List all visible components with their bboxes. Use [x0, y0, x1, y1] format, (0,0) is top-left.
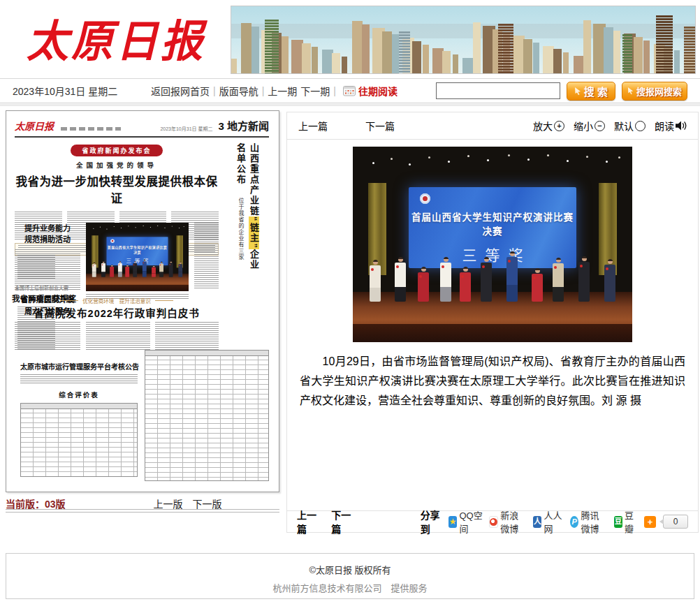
building-shape [412, 41, 421, 73]
landmark-building-shape [656, 15, 673, 73]
current-page-row: 当前版：03版 上一版 下一版 [6, 496, 279, 510]
person-figure [460, 267, 471, 302]
person-figure [578, 256, 590, 302]
court-body-columns [86, 322, 219, 351]
qzone-label: QQ空间 [459, 508, 483, 535]
press-conference-badge: 省政府新闻办发布会 [71, 145, 162, 156]
prev-article-link-bottom[interactable]: 上一篇 [297, 508, 319, 536]
editors-line-placeholder [61, 127, 121, 131]
share-douban[interactable]: 豆豆瓣 [614, 508, 638, 535]
building-shape [392, 34, 399, 73]
share-more[interactable]: + [644, 516, 656, 528]
contestants-group [353, 147, 632, 342]
biz-headline: 提升业务能力规范捐助活动 [15, 223, 80, 245]
photo-wrapper: 首届山西省大学生知识产权演讲比赛决赛 三等奖 [287, 140, 698, 345]
highlighted-term: “链主” [249, 216, 259, 249]
site-search-button[interactable]: 搜报网搜索 [622, 82, 687, 101]
landmark-building-shape [498, 24, 513, 73]
zoom-in-icon: + [554, 121, 564, 131]
prev-page-link[interactable]: 上一版 [154, 496, 183, 510]
person-figure [169, 261, 173, 277]
article-photo: 首届山西省大学生知识产权演讲比赛决赛 三等奖 [86, 223, 189, 291]
building-shape [352, 21, 363, 73]
court-headline: 省高院发布2022年行政审判白皮书 [15, 305, 219, 320]
zoom-in-control[interactable]: 放大+ [533, 119, 564, 133]
pointer-icon [627, 87, 634, 94]
person-figure [125, 265, 129, 277]
prev-issue-link[interactable]: 上一期 [268, 84, 297, 98]
person-figure [152, 265, 156, 277]
share-tencent-weibo[interactable]: P腾讯微博 [570, 508, 608, 535]
newspaper-page-thumbnail[interactable]: 太原日报 2023年10月31日 星期二 3 地方新闻 省政府新闻办发布会 全国… [6, 110, 279, 492]
vertical-headline: 山西重点产业链“链主”企业名单公布 位于我省的企业有三家 [234, 143, 261, 274]
building-shape [604, 27, 613, 73]
person-figure [604, 259, 615, 302]
archive-link[interactable]: 往期阅读 [343, 84, 398, 98]
landmark-building-shape [622, 34, 632, 73]
building-shape [312, 47, 318, 73]
building-shape [302, 43, 311, 73]
body-text-placeholder [155, 322, 219, 351]
search-input[interactable] [436, 82, 560, 99]
landmark-building-shape [684, 27, 695, 73]
share-label: 分享到 [421, 508, 442, 536]
pointer-icon [574, 87, 581, 95]
body-text-placeholder [15, 322, 80, 351]
share-sina-weibo[interactable]: 新浪微博 [489, 508, 527, 535]
next-article-link-bottom[interactable]: 下一篇 [331, 508, 353, 536]
newspaper-logo: 太原日报 [7, 0, 225, 76]
next-page-link[interactable]: 下一版 [193, 496, 222, 510]
landmark-building-shape [265, 20, 279, 73]
building-shape [674, 50, 680, 73]
next-article-link[interactable]: 下一篇 [365, 119, 395, 133]
article-panel: 上一篇 下一篇 放大+ 缩小− 默认 朗读 首届山西省大学生知识产权演讲比赛决赛… [286, 112, 699, 533]
evaluation-table-right [145, 350, 269, 481]
read-aloud-control[interactable]: 朗读 [655, 119, 687, 133]
calendar-icon [343, 85, 356, 96]
masthead-rule [15, 136, 269, 138]
share-count[interactable]: 0 [663, 515, 688, 529]
person-figure [159, 262, 163, 277]
paper-issue-date: 2023年10月31日 星期二 [160, 125, 212, 132]
share-renren[interactable]: 人人人网 [533, 508, 564, 535]
newspaper-page: 太原日报 2023年10月31日 星期二 3 地方新闻 省政府新闻办发布会 全国… [15, 118, 269, 483]
page-root: 太原日报 2023年10月31日 星期二 返回报网首页| 版面导航| 上一期 下… [0, 0, 700, 604]
nav-links: 返回报网首页| 版面导航| 上一期 下一期| [151, 84, 336, 98]
building-shape [583, 20, 591, 73]
view-controls: 放大+ 缩小− 默认 朗读 [533, 119, 687, 133]
building-shape [382, 31, 392, 73]
building-shape [342, 57, 347, 73]
search-button[interactable]: 搜 索 [567, 82, 615, 101]
current-page-label: 当前版：03版 [6, 496, 66, 510]
issue-date: 2023年10月31日 星期二 [13, 84, 151, 98]
person-figure [178, 262, 182, 277]
paper-logo: 太原日报 [15, 119, 54, 133]
tencent-weibo-label: 腾讯微博 [581, 508, 607, 535]
landmark-building-shape [399, 31, 410, 73]
home-link[interactable]: 返回报网首页 [151, 84, 210, 98]
next-issue-link[interactable]: 下一期 [300, 84, 330, 98]
person-figure [133, 261, 137, 277]
person-figure [370, 260, 381, 302]
zoom-out-control[interactable]: 缩小− [574, 119, 605, 133]
page-footer: ©太原日报 版权所有 杭州前方信息技术有限公司 提供服务 [6, 553, 694, 599]
lead-kicker: 全国加强党的领导 [15, 160, 219, 170]
building-shape [442, 51, 451, 73]
body-text-placeholder [194, 223, 219, 290]
evaluation-table-title: 综合评价表 [20, 390, 138, 399]
building-shape [643, 40, 650, 73]
person-figure [532, 268, 543, 302]
renren-label: 人人网 [544, 508, 564, 535]
zoom-in-label: 放大 [533, 119, 553, 133]
prev-article-link[interactable]: 上一篇 [298, 119, 328, 133]
court-kicker: 优化营商环境 提升法治意识 [36, 297, 198, 304]
zoom-reset-control[interactable]: 默认 [614, 119, 646, 133]
zoom-reset-icon [635, 121, 646, 131]
building-shape [423, 45, 429, 73]
share-qzone[interactable]: ★QQ空间 [449, 508, 483, 535]
paper-masthead-row: 太原日报 2023年10月31日 星期二 3 地方新闻 [15, 118, 269, 133]
person-figure [506, 251, 518, 302]
sina-weibo-icon [489, 516, 498, 528]
layout-nav-link[interactable]: 版面导航 [219, 84, 258, 98]
body-text-placeholder [15, 249, 80, 290]
